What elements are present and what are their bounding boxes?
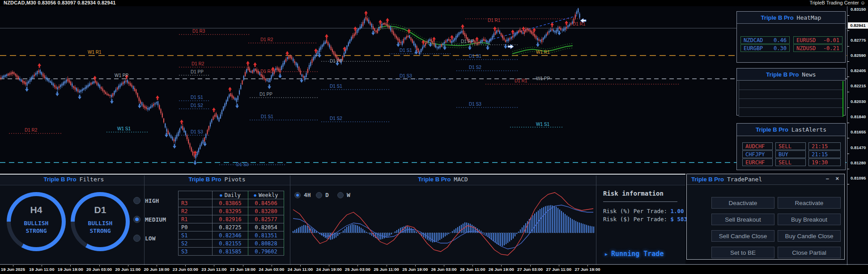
pivot-daily-value: 0.81585 — [213, 248, 248, 256]
set-to-be-button[interactable]: Set to BE — [711, 247, 774, 258]
risk-radio-low[interactable]: LOW — [133, 235, 155, 242]
price-tick — [847, 138, 849, 138]
buy-candle-close-button[interactable]: Buy Candle Close — [778, 230, 841, 242]
candle-body — [88, 85, 89, 87]
sell-candle-close-button[interactable]: Sell Candle Close — [711, 230, 774, 242]
candle-body — [288, 56, 289, 59]
candle-body — [346, 46, 347, 50]
filters-header: Triple B Pro Filters — [27, 176, 121, 183]
candle-body — [441, 44, 442, 47]
candle-body — [43, 73, 43, 77]
candle-body — [517, 32, 518, 34]
candle-body — [379, 27, 379, 31]
candle-body — [554, 31, 555, 32]
candle-body — [160, 109, 161, 113]
candle-body — [51, 81, 52, 85]
candle-body — [246, 69, 247, 73]
candle-body — [344, 53, 345, 57]
risk-radio-medium[interactable]: MEDIUM — [133, 216, 166, 223]
candle-body — [390, 27, 391, 30]
candle-body — [152, 105, 153, 107]
pivot-label: W1 R1 — [536, 50, 550, 55]
candle-body — [247, 67, 248, 70]
candle-body — [527, 28, 528, 30]
candle-body — [73, 86, 74, 88]
reactivate-button[interactable]: Reactivate — [778, 197, 841, 209]
running-trade-label: Running Trade — [611, 250, 664, 258]
candle-body — [230, 93, 231, 96]
candle-body — [223, 107, 224, 111]
risk-radio-high[interactable]: HIGH — [133, 197, 159, 204]
candle-body — [275, 68, 276, 70]
candle-body — [508, 39, 509, 41]
alert-action: BUY — [775, 150, 806, 158]
candle-body — [75, 87, 76, 90]
time-tick — [13, 265, 13, 266]
candle-body — [12, 72, 13, 74]
risk-info-title: Risk information — [603, 190, 664, 197]
pivot-label: W1 R1 — [88, 50, 102, 55]
sell-breakout-button[interactable]: Sell Breakout — [711, 214, 774, 225]
candle-body — [348, 43, 349, 46]
macd-tf-radio-w[interactable]: W — [337, 192, 350, 198]
candle-body — [239, 90, 240, 94]
candle-body — [480, 41, 481, 43]
price-tick — [847, 30, 849, 31]
pivots-table: ●Daily●WeeklyR30.838650.84506R20.832950.… — [178, 191, 284, 256]
sell-signal-arrow-icon — [486, 46, 489, 51]
candle-body — [399, 39, 400, 43]
candle-body — [168, 131, 169, 134]
candle-body — [505, 40, 506, 42]
candle-body — [333, 51, 334, 55]
pivots-column-radio-weekly[interactable]: ●Weekly — [248, 191, 284, 199]
pivots-column-radio-daily[interactable]: ●Daily — [213, 191, 248, 199]
candle-body — [261, 74, 262, 77]
heatmap-title: HeatMap — [797, 14, 821, 21]
brand-label: Triple B Pro — [691, 176, 724, 183]
macd-tf-radio-4h[interactable]: 4H — [294, 192, 311, 198]
candle-body — [485, 39, 485, 41]
heatmap-value: 0.46 — [774, 37, 787, 43]
pivot-row: S10.823460.81351 — [179, 231, 284, 240]
candle-body — [94, 81, 94, 83]
buy-signal-arrow-icon — [364, 11, 368, 16]
close-partial-button[interactable]: Close Partial — [778, 247, 841, 258]
candle-body — [381, 24, 382, 27]
heatmap-symbol: NZDUSD — [796, 45, 816, 51]
close-icon[interactable]: × — [835, 175, 839, 182]
candle-body — [60, 85, 61, 87]
time-tick — [70, 265, 71, 266]
candle-body — [559, 27, 560, 29]
candle-body — [496, 30, 497, 33]
minimize-icon[interactable]: – — [826, 175, 829, 182]
buy-breakout-button[interactable]: Buy Breakout — [778, 214, 841, 225]
candle-body — [448, 39, 449, 41]
sell-signal-arrow-icon — [78, 95, 81, 100]
app-title: TripleB Trading Center ☺ — [809, 0, 865, 5]
gauge-state2: STRONG — [71, 227, 130, 234]
candle-body — [494, 34, 494, 37]
candle-body — [66, 80, 67, 83]
candle-body — [528, 30, 529, 31]
candle-body — [3, 76, 4, 78]
candle-body — [319, 48, 320, 52]
pivot-weekly-value: 0.82054 — [248, 223, 284, 231]
time-tick — [444, 265, 444, 266]
candle-body — [153, 104, 154, 106]
candle-body — [130, 83, 131, 86]
candle-body — [302, 74, 302, 77]
candle-body — [154, 103, 155, 105]
deactivate-button[interactable]: Deactivate — [711, 197, 774, 209]
candle-body — [86, 86, 87, 88]
alert-time: 19:30 — [808, 158, 841, 166]
candle-body — [503, 38, 504, 40]
candle-body — [364, 19, 365, 23]
running-trade-toggle[interactable]: ▶ Running Trade — [605, 250, 664, 258]
pivot-label: D1 R1 — [260, 69, 273, 74]
candle-body — [165, 124, 166, 128]
candle-body — [422, 47, 423, 49]
macd-tf-radio-d[interactable]: D — [316, 192, 329, 198]
candle-body — [329, 44, 330, 47]
candle-body — [418, 48, 419, 52]
pivot-label: D1 S1 — [469, 54, 481, 59]
